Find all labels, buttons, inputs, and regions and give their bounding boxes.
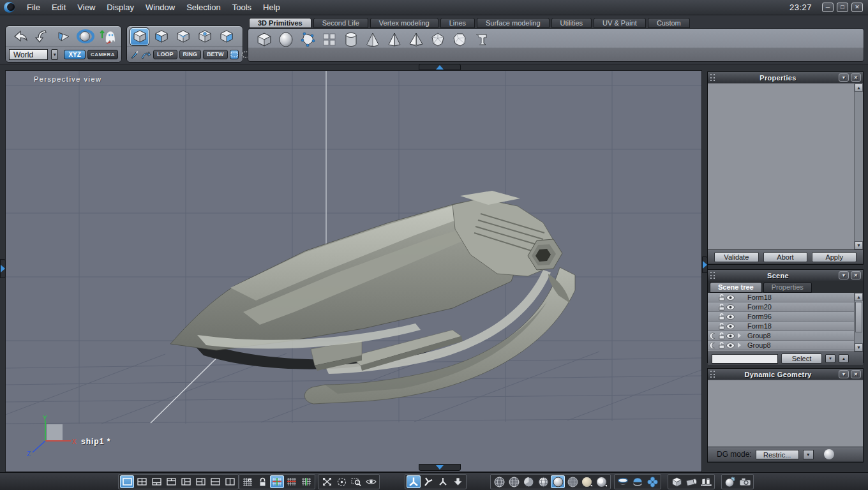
dynamic-geometry-header[interactable]: Dynamic Geometry ▼ ✕ xyxy=(708,369,863,380)
primitive-grid-icon[interactable] xyxy=(320,31,338,48)
gizmo-scale-icon[interactable] xyxy=(436,475,450,488)
ring-button[interactable]: RING xyxy=(179,50,202,59)
tab-utilities[interactable]: Utilities xyxy=(551,18,592,28)
layout-split-right-icon[interactable] xyxy=(193,475,207,488)
tab-second-life[interactable]: Second Life xyxy=(313,18,368,28)
layout-split-horizontal-icon[interactable] xyxy=(208,475,222,488)
space-dropdown-arrow-icon[interactable]: ▼ xyxy=(51,49,59,60)
scrollbar-thumb[interactable] xyxy=(855,302,862,332)
light-render-icon[interactable] xyxy=(723,475,737,488)
primitive-sphere-icon[interactable] xyxy=(276,31,295,48)
primitive-cone-icon[interactable] xyxy=(363,31,382,48)
panel-menu-icon[interactable]: ▼ xyxy=(839,271,849,279)
tab-surface-modeling[interactable]: Surface modeling xyxy=(477,18,550,28)
primitive-pyramid-icon[interactable] xyxy=(385,31,403,48)
drag-grip-icon[interactable] xyxy=(710,272,715,279)
between-button[interactable]: BETW xyxy=(203,50,228,59)
menu-help[interactable]: Help xyxy=(257,0,286,15)
textured-icon[interactable] xyxy=(580,475,594,488)
panel-menu-icon[interactable]: ▼ xyxy=(839,370,849,378)
primitive-geodesic-icon[interactable] xyxy=(428,31,447,48)
layout-split-bottom-icon[interactable] xyxy=(149,475,163,488)
wireframe-dense-icon[interactable] xyxy=(507,475,521,488)
primitive-facet-icon[interactable] xyxy=(298,31,317,48)
panel-close-icon[interactable]: ✕ xyxy=(851,271,861,279)
visibility-eye-icon[interactable] xyxy=(726,295,735,301)
select-edge-mode[interactable] xyxy=(173,27,193,46)
panel-menu-icon[interactable]: ▼ xyxy=(839,73,849,82)
scene-tree-row[interactable]: Form18 xyxy=(708,322,863,331)
transparent-wire-icon[interactable] xyxy=(565,475,580,488)
visibility-eye-icon[interactable] xyxy=(726,323,735,329)
maximize-button[interactable]: □ xyxy=(837,3,848,12)
snap-grid-icon[interactable] xyxy=(241,475,255,488)
properties-panel-header[interactable]: Properties ▼ ✕ xyxy=(708,72,863,83)
dg-sphere-button[interactable] xyxy=(824,449,834,459)
smooth-shaded-icon[interactable] xyxy=(551,475,565,488)
scene-tree-row[interactable]: Form18 xyxy=(708,293,863,302)
lock-icon[interactable] xyxy=(717,303,726,311)
primitive-cube-icon[interactable] xyxy=(255,31,273,48)
panel-close-icon[interactable]: ✕ xyxy=(851,73,861,82)
grid-plane-x-icon[interactable] xyxy=(285,475,299,488)
camera-button[interactable]: CAMERA xyxy=(87,50,118,59)
primitive-chamfer-cube-icon[interactable] xyxy=(450,31,468,48)
scene-panel-header[interactable]: Scene ▼ ✕ xyxy=(708,270,863,281)
scroll-down-icon[interactable]: ▼ xyxy=(855,343,863,352)
scene-scrollbar[interactable]: ▲ ▼ xyxy=(854,293,863,352)
scene-tree-row[interactable]: Form20 xyxy=(708,302,863,312)
sphere-cluster-icon[interactable] xyxy=(645,475,659,488)
lock-icon[interactable] xyxy=(717,313,726,320)
curve-select-icon[interactable] xyxy=(141,50,151,60)
scroll-down-icon[interactable]: ▼ xyxy=(855,241,863,249)
redo-icon[interactable] xyxy=(32,27,52,45)
select-button[interactable]: Select xyxy=(781,353,822,364)
tab-vertex-modeling[interactable]: Vertex modeling xyxy=(370,18,438,28)
menu-tools[interactable]: Tools xyxy=(227,0,257,15)
gizmo-drop-icon[interactable] xyxy=(451,475,465,488)
scroll-up-icon[interactable]: ▲ xyxy=(855,84,863,92)
select-element-mode[interactable] xyxy=(216,27,236,46)
layout-split-left-icon[interactable] xyxy=(179,475,193,488)
tab-lines[interactable]: Lines xyxy=(440,18,475,28)
collapse-handle-bottom[interactable] xyxy=(419,464,461,471)
perspective-viewport[interactable]: Perspective view Y X Z ship1 * xyxy=(5,70,702,472)
collapse-handle-top[interactable] xyxy=(419,64,461,70)
menu-view[interactable]: View xyxy=(71,0,101,15)
space-dropdown[interactable]: World xyxy=(9,49,48,60)
bowl-up-icon[interactable] xyxy=(631,475,645,488)
layout-single-icon[interactable] xyxy=(120,475,134,488)
minimize-button[interactable]: ─ xyxy=(822,3,834,12)
expand-triangle-icon[interactable] xyxy=(735,343,744,348)
xyz-button[interactable]: XYZ xyxy=(64,50,85,59)
layout-split-vertical-icon[interactable] xyxy=(223,475,237,488)
tab-scene-properties[interactable]: Properties xyxy=(763,282,812,293)
scene-tree-row-group[interactable]: Group8 xyxy=(708,331,863,341)
multi-display-icon[interactable] xyxy=(699,475,713,488)
wedge-tool-icon[interactable] xyxy=(54,27,73,45)
apply-button[interactable]: Apply xyxy=(812,252,857,262)
expand-triangle-icon[interactable] xyxy=(735,333,744,338)
move-up-button[interactable]: ▲ xyxy=(839,354,849,363)
lock-icon[interactable] xyxy=(717,293,726,301)
scene-tree-row[interactable]: Form96 xyxy=(708,312,863,322)
visibility-eye-icon[interactable] xyxy=(726,343,735,348)
primitive-text-icon[interactable] xyxy=(472,31,490,48)
undo-icon[interactable] xyxy=(10,27,30,45)
menu-display[interactable]: Display xyxy=(101,0,140,15)
close-button[interactable]: ✕ xyxy=(851,3,863,12)
menu-selection[interactable]: Selection xyxy=(181,0,226,15)
menu-file[interactable]: File xyxy=(21,0,46,15)
scene-tree-row-group[interactable]: Group8 xyxy=(708,341,863,350)
scroll-up-icon[interactable]: ▲ xyxy=(855,293,863,301)
pan-view-icon[interactable] xyxy=(334,475,348,488)
tab-scene-tree[interactable]: Scene tree xyxy=(710,282,762,293)
flat-shaded-icon[interactable] xyxy=(521,475,535,488)
layout-split-top-icon[interactable] xyxy=(164,475,178,488)
lock-grid-icon[interactable] xyxy=(255,475,269,488)
gizmo-rotate-icon[interactable] xyxy=(421,475,435,488)
menu-edit[interactable]: Edit xyxy=(46,0,71,15)
lock-icon[interactable] xyxy=(717,322,726,330)
look-at-icon[interactable] xyxy=(364,475,378,488)
cylinder-display-icon[interactable] xyxy=(684,475,698,488)
